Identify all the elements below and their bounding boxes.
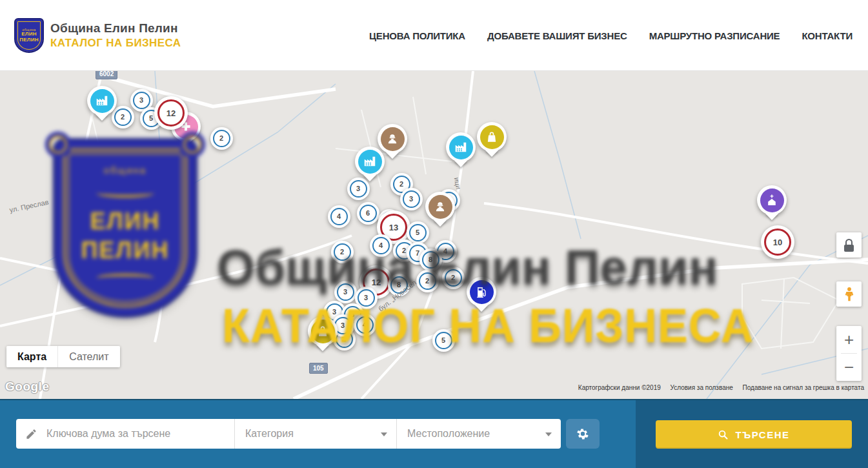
- search-submit-button[interactable]: ТЪРСЕНЕ: [656, 420, 852, 449]
- search-fields: [16, 419, 561, 449]
- category-select[interactable]: [235, 419, 397, 449]
- map-type-satellite-button[interactable]: Сателит: [57, 346, 119, 367]
- map-pin-factory[interactable]: [355, 147, 385, 176]
- site-logo[interactable]: община ЕЛИН ПЕЛИН Община Елин Пелин КАТА…: [14, 18, 181, 53]
- road-number-badge: 105: [309, 363, 328, 374]
- watermark-title: Община Елин Пелин: [217, 239, 718, 295]
- zoom-in-button[interactable]: +: [836, 326, 862, 353]
- crest-name-line2: ПЕЛИН: [19, 37, 39, 43]
- location-select-input[interactable]: [407, 428, 541, 440]
- keyword-search-input[interactable]: [46, 428, 227, 440]
- map-type-map-button[interactable]: Карта: [6, 346, 57, 367]
- map-pin-worker[interactable]: [378, 124, 407, 154]
- category-select-input[interactable]: [245, 428, 377, 440]
- factory-icon: [454, 140, 468, 154]
- gear-icon: [576, 427, 590, 441]
- site-title: Община Елин Пелин: [50, 21, 181, 36]
- map-cluster-marker[interactable]: 6: [357, 202, 379, 225]
- map-type-control: Карта Сателит: [6, 346, 120, 367]
- map-attribution: Картографски данни ©2019 Условия за полз…: [570, 384, 864, 391]
- map-cluster-marker[interactable]: 3: [400, 188, 423, 210]
- attribution-terms-link[interactable]: Условия за ползване: [671, 384, 733, 391]
- chevron-down-icon: [545, 432, 552, 436]
- main-nav: ЦЕНОВА ПОЛИТИКА ДОБАВЕТЕ ВАШИЯТ БИЗНЕС М…: [369, 0, 853, 71]
- map-pin-shopping-bag[interactable]: [477, 122, 507, 152]
- map-cluster-marker[interactable]: 12: [154, 96, 188, 130]
- nav-item-contacts[interactable]: КОНТАКТИ: [802, 30, 853, 41]
- map-pin-worker[interactable]: [425, 192, 455, 221]
- crest-ornament-right: [179, 132, 205, 158]
- watermark-crest-line1: ЕЛИН: [90, 207, 160, 236]
- search-icon: [718, 429, 729, 440]
- crest-ornament-bottom: [96, 274, 154, 283]
- lock-button[interactable]: [836, 232, 862, 258]
- map-pin-factory[interactable]: [87, 86, 117, 116]
- zoom-out-button[interactable]: −: [836, 354, 862, 381]
- site-subtitle: КАТАЛОГ НА БИЗНЕСА: [50, 37, 181, 50]
- watermark-subtitle: КАТАЛОГ НА БИЗНЕСА: [222, 298, 754, 353]
- watermark-crest-small-text: община: [104, 165, 146, 176]
- worker-icon: [433, 199, 447, 214]
- watermark-crest: община ЕЛИН ПЕЛИН: [56, 141, 195, 315]
- nav-item-route-schedule[interactable]: МАРШРУТНО РАЗПИСАНИЕ: [649, 30, 780, 41]
- crest-ornament-top: [96, 188, 154, 198]
- location-select[interactable]: [397, 419, 561, 449]
- map-cluster-marker[interactable]: 10: [761, 225, 794, 259]
- chevron-down-icon: [381, 432, 387, 436]
- factory-icon: [95, 94, 109, 108]
- shopping-bag-icon: [485, 130, 499, 144]
- nav-item-add-business[interactable]: ДОБАВЕТЕ ВАШИЯТ БИЗНЕС: [487, 30, 627, 41]
- zoom-control: + −: [836, 326, 862, 381]
- map-cluster-marker[interactable]: 2: [210, 127, 233, 150]
- pencil-icon: [25, 428, 37, 440]
- attribution-copyright: Картографски данни ©2019: [578, 384, 661, 391]
- worker-icon: [385, 132, 399, 146]
- search-panel: ТЪРСЕНЕ: [0, 399, 868, 468]
- pegman-button[interactable]: [836, 281, 862, 307]
- keyword-field-wrap: [16, 419, 235, 449]
- advanced-settings-button[interactable]: [566, 419, 600, 449]
- google-map[interactable]: 3251222335647135422748128223338234510 об…: [0, 71, 868, 399]
- map-cluster-marker[interactable]: 4: [328, 205, 350, 228]
- church-icon: [765, 193, 779, 207]
- crest-ornament-left: [45, 132, 71, 158]
- factory-icon: [363, 154, 377, 168]
- map-pin-factory[interactable]: [446, 132, 476, 162]
- road-number-badge: 6002: [96, 71, 117, 79]
- site-header: община ЕЛИН ПЕЛИН Община Елин Пелин КАТА…: [0, 0, 868, 71]
- nav-item-pricing[interactable]: ЦЕНОВА ПОЛИТИКА: [369, 30, 465, 41]
- pegman-icon: [841, 286, 858, 303]
- map-cluster-marker[interactable]: 2: [112, 106, 134, 128]
- attribution-report-link[interactable]: Подаване на сигнал за грешка в картата: [743, 384, 864, 391]
- watermark-crest-line2: ПЕЛИН: [81, 236, 169, 265]
- map-cluster-marker[interactable]: 3: [347, 178, 370, 200]
- map-pin-church[interactable]: [757, 185, 787, 215]
- municipality-crest: община ЕЛИН ПЕЛИН: [14, 18, 44, 53]
- lock-icon: [845, 239, 853, 245]
- google-logo[interactable]: Google: [5, 380, 49, 394]
